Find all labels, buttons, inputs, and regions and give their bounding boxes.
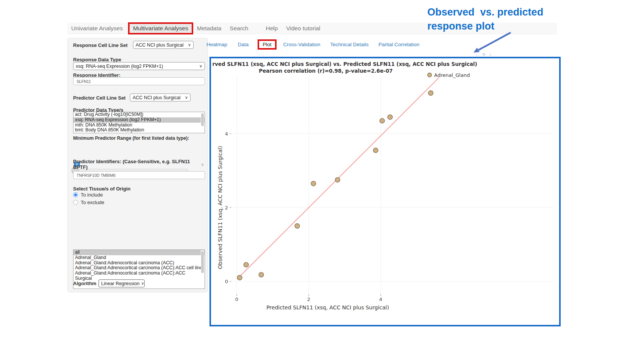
list-option[interactable]: all bbox=[73, 250, 205, 255]
data-point[interactable] bbox=[373, 148, 378, 153]
camera-icon[interactable]: ⛶ bbox=[476, 52, 479, 57]
nav-item-video-tutorial[interactable]: Video tutorial bbox=[286, 25, 320, 32]
y-tick-label: 0 bbox=[225, 279, 228, 284]
list-option[interactable]: bmt: Body DNA 850K Methylation bbox=[73, 128, 205, 133]
data-point[interactable] bbox=[244, 262, 249, 267]
nav-item-multivariate-analyses[interactable]: Multivariate Analyses bbox=[128, 22, 193, 34]
data-point[interactable] bbox=[428, 90, 433, 95]
list-option[interactable]: mth: DNA 850K Methylation bbox=[73, 123, 205, 128]
zoom-icon[interactable]: ⊕ bbox=[482, 52, 486, 57]
data-point[interactable] bbox=[380, 119, 385, 123]
x-axis-title: Predicted SLFN11 (xsq, ACC NCI plus Surg… bbox=[266, 304, 389, 311]
tab-heatmap[interactable]: Heatmap bbox=[206, 42, 227, 47]
scrollbar-thumb[interactable] bbox=[201, 251, 204, 273]
tab-partial-correlation[interactable]: Partial Correlation bbox=[378, 42, 419, 47]
annotation-line1: Observed vs. predicted bbox=[427, 5, 543, 19]
radio-label: To include bbox=[81, 192, 103, 198]
response-cell-line-set-select[interactable]: ACC NCI plus Surgical ∨ bbox=[133, 41, 194, 49]
tissue-radio-to-exclude[interactable]: To exclude bbox=[73, 200, 104, 205]
listbox-scrollbar[interactable] bbox=[201, 112, 204, 133]
nav-item-metadata[interactable]: Metadata bbox=[197, 25, 222, 32]
plot-subtitle: Pearson correlation (r)=0.98, p-value=2.… bbox=[259, 68, 392, 74]
scatter-plot: 024024rved SLFN11 (xsq, ACC NCI plus Sur… bbox=[211, 58, 559, 325]
chevron-down-icon: ∨ bbox=[199, 64, 202, 69]
legend-marker-icon[interactable] bbox=[428, 73, 432, 77]
chevron-down-icon: ∨ bbox=[188, 42, 191, 47]
tab-plot[interactable]: Plot bbox=[258, 39, 276, 50]
list-option[interactable]: Adrenal_Gland:Adrenocortical carcinoma (… bbox=[73, 261, 205, 266]
data-point[interactable] bbox=[311, 181, 316, 186]
x-tick-label: 4 bbox=[379, 296, 382, 302]
predictor-identifiers-input[interactable] bbox=[73, 171, 205, 179]
chevron-down-icon: ∨ bbox=[141, 281, 144, 286]
predictor-cell-line-set-label: Predictor Cell Line Set bbox=[73, 95, 126, 101]
predictor-cell-line-set-select[interactable]: ACC NCI plus Surgical ∨ bbox=[130, 94, 191, 101]
tab-cross-validation[interactable]: Cross-Validation bbox=[283, 42, 320, 47]
sidebar-panel: Response Cell Line Set ACC NCI plus Surg… bbox=[67, 38, 208, 292]
min-predictor-range-label: Minimum Predictor Range (for first liste… bbox=[73, 136, 189, 141]
response-cell-line-set-label: Response Cell Line Set bbox=[73, 42, 128, 48]
tissue-origin-radios: To includeTo exclude bbox=[73, 192, 104, 205]
nav-item-search[interactable]: Search bbox=[230, 25, 248, 32]
app-root: Univariate AnalysesMultivariate Analyses… bbox=[0, 0, 644, 362]
list-option[interactable]: act: Drug Activity (-log10[IC50M]) bbox=[73, 112, 205, 117]
nav-item-help[interactable]: Help bbox=[266, 25, 278, 32]
y-tick-label: 4 bbox=[225, 131, 228, 137]
nav-item-univariate-analyses[interactable]: Univariate Analyses bbox=[71, 25, 123, 32]
algorithm-label: Algorithm bbox=[73, 281, 96, 286]
scrollbar-thumb[interactable] bbox=[201, 113, 204, 126]
tab-technical-details[interactable]: Technical Details bbox=[330, 42, 369, 47]
algorithm-select[interactable]: Linear Regression ∨ bbox=[98, 279, 145, 287]
chevron-down-icon: ∨ bbox=[185, 95, 188, 100]
response-identifier-input[interactable] bbox=[73, 77, 205, 85]
response-cell-line-set-value: ACC NCI plus Surgical bbox=[136, 42, 183, 48]
listbox-scrollbar[interactable] bbox=[201, 250, 204, 288]
x-tick-label: 0 bbox=[235, 296, 238, 302]
radio-label: To exclude bbox=[81, 200, 104, 205]
tissue-origin-label: Select Tissue/s of Origin bbox=[73, 186, 130, 192]
predictor-identifiers-label: Predictor Identifiers: (Case-Sensitive, … bbox=[73, 159, 198, 170]
home-icon[interactable]: ⌂ bbox=[489, 52, 492, 57]
predictor-cell-line-set-value: ACC NCI plus Surgical bbox=[133, 95, 180, 100]
y-tick-label: 2 bbox=[225, 205, 228, 211]
tab-data[interactable]: Data bbox=[238, 42, 249, 47]
result-tabs: HeatmapDataPlotCross-ValidationTechnical… bbox=[206, 39, 419, 49]
radio-button-icon[interactable] bbox=[73, 200, 78, 205]
list-option[interactable]: xsq: RNA-seq Expression (log2 FPKM+1) bbox=[73, 117, 205, 123]
annotation-line2: response plot bbox=[427, 19, 494, 33]
algorithm-value: Linear Regression bbox=[101, 281, 139, 286]
data-point[interactable] bbox=[295, 223, 300, 228]
plot-title: rved SLFN11 (xsq, ACC NCI plus Surgical)… bbox=[212, 61, 477, 67]
tissue-radio-to-include[interactable]: To include bbox=[73, 192, 104, 198]
slider-max-label: 5 bbox=[202, 163, 203, 167]
legend-label[interactable]: Adrenal_Gland bbox=[434, 72, 470, 78]
predictor-data-types-listbox[interactable]: act: Drug Activity (-log10[IC50M])xsq: R… bbox=[73, 112, 205, 133]
plotly-modebar: ⛶⊕⌂ bbox=[476, 52, 492, 57]
radio-button-icon[interactable] bbox=[73, 192, 78, 197]
response-data-type-label: Response Data Type bbox=[73, 57, 121, 62]
response-data-type-select[interactable]: xsq: RNA-seq Expression (log2 FPKM+1) ∨ bbox=[73, 62, 205, 70]
response-data-type-value: xsq: RNA-seq Expression (log2 FPKM+1) bbox=[76, 64, 163, 69]
list-option[interactable]: Adrenal_Gland bbox=[73, 255, 205, 261]
x-tick-label: 2 bbox=[307, 296, 310, 302]
data-point[interactable] bbox=[388, 115, 392, 120]
data-point[interactable] bbox=[259, 272, 264, 277]
data-point[interactable] bbox=[335, 178, 340, 183]
list-option[interactable]: Adrenal_Gland:Adrenocortical carcinoma (… bbox=[73, 265, 205, 271]
data-point[interactable] bbox=[237, 275, 242, 280]
y-axis-title: Observed SLFN11 (xsq, ACC NCI plus Surgi… bbox=[217, 146, 223, 269]
